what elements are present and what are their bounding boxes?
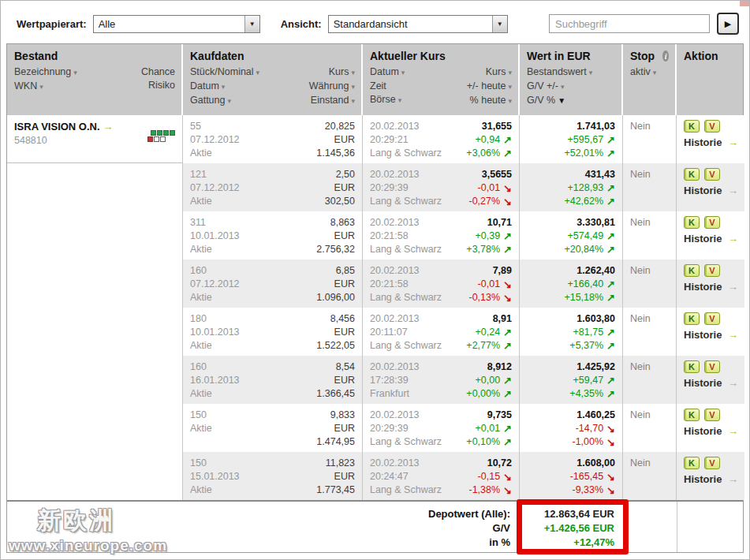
gv-abs: -165,45 (570, 470, 603, 483)
trend-up-icon: ↗ (606, 181, 615, 195)
sort-kurs[interactable]: Kurs▾ (486, 65, 512, 80)
historie-link[interactable]: Historie → (684, 424, 737, 438)
depot-table: Bestand Bezeichnung▾ WKN▾ Chance Risiko … (6, 43, 744, 553)
dropdown-arrow-icon[interactable]: ▼ (244, 16, 259, 32)
historie-link[interactable]: Historie → (684, 376, 737, 390)
heute-abs: +0,94 (475, 133, 500, 147)
sort-bezeichnung[interactable]: Bezeichnung▾ (14, 65, 77, 80)
arrow-right-icon: → (728, 377, 738, 389)
historie-link[interactable]: Historie → (684, 136, 737, 149)
sort-kaufdatum[interactable]: Datum▾ (190, 80, 259, 94)
aktueller-kurs-cell: 20.02.2013 20:29:39 Lang & Schwarz 9,735… (363, 404, 520, 452)
kurs-zeit: 20:29:39 (370, 422, 442, 435)
bestandswert: 1.262,40 (527, 264, 615, 278)
footer-labels: Depotwert (Alle): G/V in % (7, 502, 520, 552)
kaufen-icon[interactable]: K (684, 216, 700, 229)
heute-abs: -0,01 (478, 278, 501, 291)
verkaufen-icon[interactable]: V (704, 312, 720, 325)
kauf-datum: 15.01.2013 (190, 470, 240, 483)
kaufen-icon[interactable]: K (684, 168, 700, 181)
sort-kursdatum[interactable]: Datum▾ (370, 65, 405, 80)
aktueller-kurs-cell: 20.02.2013 17:28:39 Frankfurt 8,912 +0,0… (363, 356, 520, 404)
kaufen-icon[interactable]: K (684, 264, 700, 277)
search-input[interactable] (549, 14, 710, 33)
historie-link[interactable]: Historie → (684, 280, 737, 293)
aktion-cell: K V Historie → (677, 452, 744, 500)
kaufen-icon[interactable]: K (684, 360, 700, 373)
sort-stueck[interactable]: Stück/Nominal▾ (190, 65, 259, 80)
wert-title: Wert in EUR (527, 50, 615, 62)
kurs-datum: 20.02.2013 (370, 216, 442, 230)
sort-gv-pct[interactable]: G/V %▼ (527, 94, 592, 107)
bestandswert: 1.741,03 (527, 120, 615, 133)
ansicht-select[interactable]: Standardansicht ▼ (328, 15, 508, 33)
sort-bestandswert[interactable]: Bestandswert▾ (527, 65, 592, 80)
corner-annotation (740, 1, 749, 6)
verkaufen-icon[interactable]: V (704, 457, 720, 469)
sort-kaufkurs[interactable]: Kurs▾ (329, 65, 355, 80)
gattung: Aktie (190, 243, 240, 256)
table-row: 160 07.12.2012 Aktie 6,85 EUR 1.096,00 2… (7, 259, 743, 308)
wert-cell: 1.741,03 +595,67↗ +52,01%↗ (520, 115, 623, 163)
kaufen-icon[interactable]: K (684, 312, 700, 325)
bestand-cell (7, 308, 183, 356)
stueck-nominal: 180 (190, 312, 240, 326)
stop-cell: Nein (623, 163, 677, 211)
sort-boerse[interactable]: Börse▾ (370, 93, 405, 107)
kurs-datum: 20.02.2013 (370, 168, 442, 181)
historie-link[interactable]: Historie → (684, 184, 737, 197)
chance-square (151, 130, 156, 136)
historie-link[interactable]: Historie → (684, 232, 737, 245)
historie-link[interactable]: Historie → (684, 472, 737, 486)
bestand-cell (7, 259, 183, 308)
trend-up-icon: ↗ (606, 147, 615, 160)
sort-heute[interactable]: +/- heute▾ (467, 80, 512, 94)
position-name-link[interactable]: ISRA VISION O.N.→ (14, 120, 114, 133)
trend-up-icon: ↗ (606, 291, 615, 304)
verkaufen-icon[interactable]: V (704, 216, 720, 229)
chance-label: Chance (141, 65, 175, 79)
sort-heute-pct[interactable]: % heute▾ (470, 94, 512, 108)
sort-wkn[interactable]: WKN▾ (14, 80, 77, 94)
kaufen-icon[interactable]: K (684, 120, 700, 133)
dropdown-arrow-icon[interactable]: ▼ (492, 16, 507, 32)
wert-cell: 1.262,40 +166,40↗ +15,18%↗ (520, 259, 623, 308)
sort-waehrung[interactable]: Währung▾ (309, 80, 355, 94)
sort-aktiv[interactable]: aktiv▾ (630, 65, 656, 80)
stueck-nominal: 160 (190, 360, 240, 374)
verkaufen-icon[interactable]: V (704, 168, 720, 181)
arrow-right-icon: → (728, 185, 738, 196)
wertpapierart-value: Alle (94, 16, 244, 32)
verkaufen-icon[interactable]: V (704, 409, 720, 421)
kurs-aktuell: 31,655 (466, 120, 512, 133)
heute-pct: +3,78% (466, 243, 500, 256)
aktueller-kurs-cell: 20.02.2013 20:21:58 Lang & Schwarz 7,89 … (363, 259, 520, 308)
search-submit-button[interactable]: ▶ (717, 13, 739, 35)
trend-down-icon: ↘ (606, 483, 615, 497)
sort-gv[interactable]: G/V +/-▾ (527, 80, 592, 94)
header-stop: Stopi aktiv▾ (623, 44, 677, 115)
chance-square (157, 130, 162, 136)
bestand-cell (7, 452, 183, 500)
bestand-cell (7, 211, 183, 259)
verkaufen-icon[interactable]: V (704, 264, 720, 277)
sort-einstand[interactable]: Einstand▾ (311, 94, 355, 108)
table-row: 150 Aktie 9,833 EUR 1.474,95 20.02.2013 … (7, 404, 743, 452)
verkaufen-icon[interactable]: V (704, 360, 720, 373)
sort-gattung[interactable]: Gattung▾ (190, 94, 259, 108)
risiko-label: Risiko (148, 79, 175, 92)
waehrung: EUR (325, 181, 355, 195)
aktion-cell: K V Historie → (677, 211, 744, 259)
trend-up-icon: ↗ (606, 133, 615, 147)
historie-link[interactable]: Historie → (684, 328, 737, 342)
wertpapierart-select[interactable]: Alle ▼ (93, 15, 260, 33)
chance-risiko-indicator (147, 130, 175, 147)
kaufen-icon[interactable]: K (684, 457, 700, 469)
risiko-square (160, 136, 166, 142)
info-icon[interactable]: i (662, 50, 669, 62)
gv-pct: +4,35% (569, 387, 603, 401)
verkaufen-icon[interactable]: V (704, 120, 720, 133)
kauf-datum: 16.01.2013 (190, 374, 240, 387)
kaufen-icon[interactable]: K (684, 409, 700, 421)
waehrung: EUR (316, 374, 355, 387)
